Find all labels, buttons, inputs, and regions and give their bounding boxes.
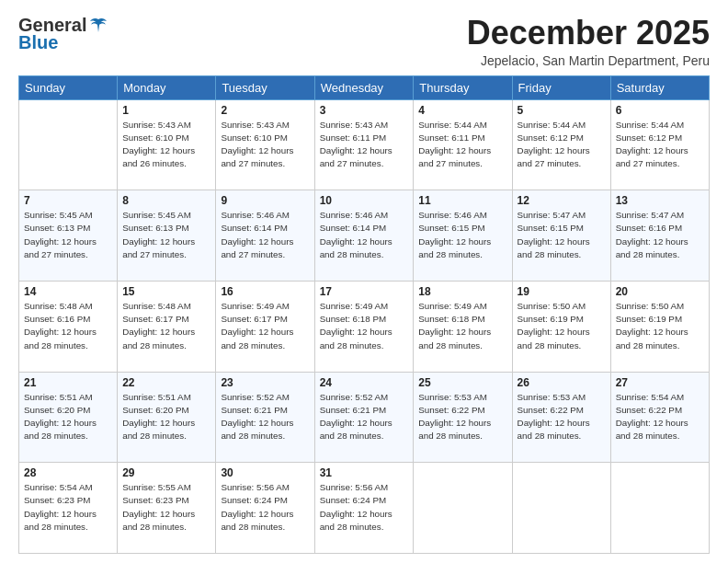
table-row: 31Sunrise: 5:56 AMSunset: 6:24 PMDayligh…	[314, 463, 414, 554]
day-info: Sunrise: 5:52 AMSunset: 6:21 PMDaylight:…	[320, 391, 409, 443]
day-info: Sunrise: 5:46 AMSunset: 6:14 PMDaylight:…	[221, 209, 309, 261]
header-sunday: Sunday	[19, 75, 118, 99]
day-info: Sunrise: 5:47 AMSunset: 6:15 PMDaylight:…	[518, 209, 606, 261]
day-number: 13	[616, 194, 704, 207]
day-number: 21	[24, 376, 112, 389]
day-number: 29	[122, 466, 210, 479]
header-friday: Friday	[512, 75, 610, 99]
header-wednesday: Wednesday	[314, 75, 414, 99]
day-number: 7	[24, 194, 112, 207]
table-row	[512, 463, 610, 554]
calendar-header-row: Sunday Monday Tuesday Wednesday Thursday…	[19, 75, 710, 99]
day-number: 24	[320, 376, 409, 389]
table-row: 10Sunrise: 5:46 AMSunset: 6:14 PMDayligh…	[314, 190, 414, 282]
calendar-week-row: 7Sunrise: 5:45 AMSunset: 6:13 PMDaylight…	[19, 190, 710, 282]
table-row: 5Sunrise: 5:44 AMSunset: 6:12 PMDaylight…	[512, 99, 610, 190]
table-row: 30Sunrise: 5:56 AMSunset: 6:24 PMDayligh…	[216, 463, 314, 554]
table-row: 21Sunrise: 5:51 AMSunset: 6:20 PMDayligh…	[19, 372, 118, 463]
table-row	[414, 463, 512, 554]
day-info: Sunrise: 5:47 AMSunset: 6:16 PMDaylight:…	[616, 209, 704, 261]
day-info: Sunrise: 5:53 AMSunset: 6:22 PMDaylight:…	[418, 391, 506, 443]
table-row: 11Sunrise: 5:46 AMSunset: 6:15 PMDayligh…	[414, 190, 512, 282]
day-info: Sunrise: 5:46 AMSunset: 6:15 PMDaylight:…	[418, 209, 506, 261]
header-tuesday: Tuesday	[216, 75, 314, 99]
calendar-week-row: 21Sunrise: 5:51 AMSunset: 6:20 PMDayligh…	[19, 372, 710, 463]
calendar-table: Sunday Monday Tuesday Wednesday Thursday…	[18, 75, 710, 554]
day-info: Sunrise: 5:51 AMSunset: 6:20 PMDaylight:…	[24, 391, 112, 443]
day-number: 11	[418, 194, 506, 207]
day-number: 18	[418, 285, 506, 298]
day-number: 19	[518, 285, 606, 298]
table-row: 25Sunrise: 5:53 AMSunset: 6:22 PMDayligh…	[414, 372, 512, 463]
day-info: Sunrise: 5:46 AMSunset: 6:14 PMDaylight:…	[320, 209, 409, 261]
table-row	[610, 463, 709, 554]
location: Jepelacio, San Martin Department, Peru	[467, 53, 710, 68]
header: General Blue December 2025 Jepelacio, Sa…	[18, 15, 710, 68]
table-row: 13Sunrise: 5:47 AMSunset: 6:16 PMDayligh…	[610, 190, 709, 282]
day-info: Sunrise: 5:49 AMSunset: 6:18 PMDaylight:…	[418, 300, 506, 352]
table-row: 12Sunrise: 5:47 AMSunset: 6:15 PMDayligh…	[512, 190, 610, 282]
table-row: 29Sunrise: 5:55 AMSunset: 6:23 PMDayligh…	[118, 463, 216, 554]
logo: General Blue	[18, 15, 108, 53]
table-row: 22Sunrise: 5:51 AMSunset: 6:20 PMDayligh…	[118, 372, 216, 463]
day-number: 10	[320, 194, 409, 207]
day-number: 16	[221, 285, 309, 298]
table-row: 19Sunrise: 5:50 AMSunset: 6:19 PMDayligh…	[512, 281, 610, 372]
day-info: Sunrise: 5:49 AMSunset: 6:18 PMDaylight:…	[320, 300, 409, 352]
day-number: 27	[616, 376, 704, 389]
day-number: 17	[320, 285, 409, 298]
day-number: 6	[616, 104, 704, 117]
logo-bird-icon	[88, 16, 108, 36]
title-block: December 2025 Jepelacio, San Martin Depa…	[467, 15, 710, 68]
day-info: Sunrise: 5:56 AMSunset: 6:24 PMDaylight:…	[221, 481, 309, 534]
header-saturday: Saturday	[610, 75, 709, 99]
table-row: 26Sunrise: 5:53 AMSunset: 6:22 PMDayligh…	[512, 372, 610, 463]
table-row: 3Sunrise: 5:43 AMSunset: 6:11 PMDaylight…	[314, 99, 414, 190]
day-info: Sunrise: 5:43 AMSunset: 6:10 PMDaylight:…	[122, 119, 210, 171]
day-info: Sunrise: 5:55 AMSunset: 6:23 PMDaylight:…	[122, 481, 210, 534]
day-number: 28	[24, 466, 112, 479]
table-row: 7Sunrise: 5:45 AMSunset: 6:13 PMDaylight…	[19, 190, 118, 282]
day-number: 1	[122, 104, 210, 117]
day-number: 4	[418, 104, 506, 117]
day-info: Sunrise: 5:44 AMSunset: 6:11 PMDaylight:…	[418, 119, 506, 171]
calendar-week-row: 28Sunrise: 5:54 AMSunset: 6:23 PMDayligh…	[19, 463, 710, 554]
table-row: 15Sunrise: 5:48 AMSunset: 6:17 PMDayligh…	[118, 281, 216, 372]
day-info: Sunrise: 5:43 AMSunset: 6:11 PMDaylight:…	[320, 119, 409, 171]
day-info: Sunrise: 5:56 AMSunset: 6:24 PMDaylight:…	[320, 481, 409, 534]
table-row: 16Sunrise: 5:49 AMSunset: 6:17 PMDayligh…	[216, 281, 314, 372]
header-monday: Monday	[118, 75, 216, 99]
day-number: 14	[24, 285, 112, 298]
day-number: 25	[418, 376, 506, 389]
day-number: 30	[221, 466, 309, 479]
day-number: 26	[518, 376, 606, 389]
day-info: Sunrise: 5:44 AMSunset: 6:12 PMDaylight:…	[616, 119, 704, 171]
day-info: Sunrise: 5:49 AMSunset: 6:17 PMDaylight:…	[221, 300, 309, 352]
day-number: 9	[221, 194, 309, 207]
day-info: Sunrise: 5:51 AMSunset: 6:20 PMDaylight:…	[122, 391, 210, 443]
table-row	[19, 99, 118, 190]
day-number: 8	[122, 194, 210, 207]
table-row: 2Sunrise: 5:43 AMSunset: 6:10 PMDaylight…	[216, 99, 314, 190]
table-row: 27Sunrise: 5:54 AMSunset: 6:22 PMDayligh…	[610, 372, 709, 463]
day-info: Sunrise: 5:53 AMSunset: 6:22 PMDaylight:…	[518, 391, 606, 443]
day-info: Sunrise: 5:50 AMSunset: 6:19 PMDaylight:…	[616, 300, 704, 352]
day-number: 22	[122, 376, 210, 389]
day-info: Sunrise: 5:54 AMSunset: 6:23 PMDaylight:…	[24, 481, 112, 534]
day-info: Sunrise: 5:45 AMSunset: 6:13 PMDaylight:…	[24, 209, 112, 261]
table-row: 18Sunrise: 5:49 AMSunset: 6:18 PMDayligh…	[414, 281, 512, 372]
day-number: 23	[221, 376, 309, 389]
day-number: 3	[320, 104, 409, 117]
table-row: 9Sunrise: 5:46 AMSunset: 6:14 PMDaylight…	[216, 190, 314, 282]
day-number: 12	[518, 194, 606, 207]
page: General Blue December 2025 Jepelacio, Sa…	[0, 0, 728, 563]
day-number: 20	[616, 285, 704, 298]
table-row: 17Sunrise: 5:49 AMSunset: 6:18 PMDayligh…	[314, 281, 414, 372]
month-title: December 2025	[467, 15, 710, 52]
table-row: 8Sunrise: 5:45 AMSunset: 6:13 PMDaylight…	[118, 190, 216, 282]
day-number: 5	[518, 104, 606, 117]
calendar-week-row: 14Sunrise: 5:48 AMSunset: 6:16 PMDayligh…	[19, 281, 710, 372]
day-info: Sunrise: 5:43 AMSunset: 6:10 PMDaylight:…	[221, 119, 309, 171]
table-row: 6Sunrise: 5:44 AMSunset: 6:12 PMDaylight…	[610, 99, 709, 190]
table-row: 20Sunrise: 5:50 AMSunset: 6:19 PMDayligh…	[610, 281, 709, 372]
